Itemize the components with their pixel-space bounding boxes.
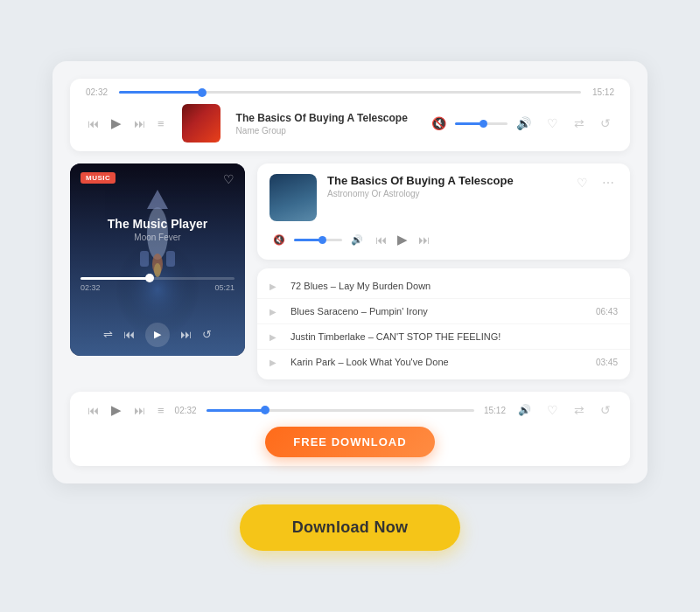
np-more-button[interactable]: ⋯ — [598, 174, 618, 191]
top-progress-fill — [119, 91, 202, 94]
big-player-top: MUSIC ♡ — [80, 172, 234, 186]
bottom-controls-row: ⏮ ▶ ⏭ ≡ 02:32 15:12 🔊 ♡ ⇄ ↺ — [86, 400, 614, 420]
bottom-heart-button[interactable]: ♡ — [543, 401, 562, 419]
big-player-controls: ⇌ ⏮ ▶ ⏭ ↺ — [80, 323, 234, 347]
page-wrapper: 02:32 15:12 ⏮ ▶ ⏭ ≡ The Basics Of Buying… — [0, 35, 700, 577]
top-vol-thumb — [480, 120, 487, 128]
top-album-art — [182, 104, 220, 143]
free-download-button[interactable]: FREE DOWNLOAD — [265, 427, 434, 457]
top-controls: ⏮ ▶ ⏭ ≡ The Basics Of Buying A Telescope… — [86, 104, 614, 143]
np-play-button[interactable]: ▶ — [396, 230, 410, 249]
np-vol-up-button[interactable]: 🔊 — [347, 233, 367, 247]
main-card: 02:32 15:12 ⏮ ▶ ⏭ ≡ The Basics Of Buying… — [52, 61, 648, 483]
bottom-vol-button[interactable]: 🔊 — [514, 402, 535, 418]
top-track-info: The Basics Of Buying A Telescope Name Gr… — [236, 112, 419, 136]
big-prev-button[interactable]: ⏮ — [123, 328, 135, 341]
big-refresh-button[interactable]: ↺ — [202, 328, 212, 341]
playlist-item[interactable]: ▶ Karin Park – Look What You've Done 03:… — [257, 350, 630, 374]
top-time-current: 02:32 — [86, 87, 110, 97]
pl-duration-2: 06:43 — [596, 307, 618, 316]
top-progress-bar[interactable] — [119, 91, 581, 94]
playlist-item[interactable]: ▶ 72 Blues – Lay My Burden Down — [257, 274, 630, 299]
big-next-button[interactable]: ⏭ — [180, 328, 192, 341]
big-progress-fill — [80, 277, 150, 280]
np-artist: Astronomy Or Astrology — [327, 189, 563, 198]
pl-track-4: Karin Park – Look What You've Done — [290, 357, 587, 367]
big-progress-bar[interactable] — [80, 277, 234, 280]
bottom-prev-button[interactable]: ⏮ — [86, 402, 101, 419]
np-info: The Basics Of Buying A Telescope Astrono… — [327, 174, 563, 198]
top-mini-player: 02:32 15:12 ⏮ ▶ ⏭ ≡ The Basics Of Buying… — [70, 79, 630, 151]
top-prev-button[interactable]: ⏮ — [86, 115, 101, 132]
np-vol-thumb — [318, 236, 326, 244]
big-time-row: 02:32 05:21 — [80, 283, 234, 292]
big-time-total: 05:21 — [214, 283, 234, 292]
big-player-title: The Music Player — [80, 217, 234, 231]
big-play-button[interactable]: ▶ — [145, 323, 170, 347]
bottom-play-button[interactable]: ▶ — [109, 400, 123, 420]
np-top: The Basics Of Buying A Telescope Astrono… — [270, 174, 618, 221]
top-mute-button[interactable]: 🔇 — [428, 115, 450, 132]
playlist-item[interactable]: ▶ Justin Timberlake – CAN'T STOP THE FEE… — [257, 324, 630, 350]
top-repeat-button[interactable]: ⇄ — [570, 115, 588, 132]
top-vol-fill — [455, 122, 484, 125]
np-vol-fill — [294, 239, 323, 241]
big-player-progress-wrap: 02:32 05:21 — [80, 277, 234, 292]
pl-play-icon-4: ▶ — [270, 358, 282, 367]
big-player-content: MUSIC ♡ The Music Player Moon Fever — [70, 163, 245, 356]
middle-section: MUSIC ♡ The Music Player Moon Fever — [70, 163, 630, 379]
big-player-subtitle: Moon Fever — [80, 233, 234, 242]
np-title: The Basics Of Buying A Telescope — [327, 174, 563, 187]
bottom-progress-thumb — [261, 406, 270, 414]
top-next-button[interactable]: ⏭ — [132, 115, 147, 132]
top-time-total: 15:12 — [590, 87, 614, 97]
playlist: ▶ 72 Blues – Lay My Burden Down ▶ Blues … — [257, 268, 630, 379]
bottom-refresh-button[interactable]: ↺ — [597, 401, 614, 419]
pl-track-1: 72 Blues – Lay My Burden Down — [290, 281, 609, 291]
top-vol-bar[interactable] — [455, 122, 508, 125]
bottom-repeat-button[interactable]: ⇄ — [570, 401, 588, 419]
pl-play-icon-3: ▶ — [270, 332, 282, 342]
big-time-current: 02:32 — [80, 283, 101, 292]
top-refresh-button[interactable]: ↺ — [597, 115, 614, 132]
big-player-card: MUSIC ♡ The Music Player Moon Fever — [70, 163, 245, 356]
pl-duration-4: 03:45 — [596, 358, 618, 367]
top-vol-up-button[interactable]: 🔊 — [513, 115, 535, 132]
bottom-time-current: 02:32 — [175, 406, 200, 415]
bottom-progress-area: 02:32 15:12 — [175, 406, 506, 415]
bottom-mini-player: ⏮ ▶ ⏭ ≡ 02:32 15:12 🔊 ♡ ⇄ ↺ F — [70, 392, 630, 466]
np-heart-button[interactable]: ♡ — [573, 174, 592, 191]
top-volume-area: 🔇 🔊 — [428, 115, 535, 132]
top-queue-button[interactable]: ≡ — [156, 115, 166, 132]
pl-track-2: Blues Saraceno – Pumpin' Irony — [290, 306, 587, 316]
np-album-art — [270, 174, 317, 221]
big-shuffle-button[interactable]: ⇌ — [103, 328, 113, 341]
big-progress-thumb — [145, 274, 154, 282]
top-heart-button[interactable]: ♡ — [543, 115, 562, 132]
big-heart-button[interactable]: ♡ — [223, 172, 234, 186]
top-play-button[interactable]: ▶ — [109, 114, 123, 133]
np-mute-button[interactable]: 🔇 — [270, 233, 289, 247]
big-player-title-area: The Music Player Moon Fever — [80, 217, 234, 246]
top-progress-row: 02:32 15:12 — [86, 87, 614, 97]
bottom-progress-fill — [206, 409, 265, 412]
np-next-button[interactable]: ⏭ — [416, 232, 431, 248]
bottom-progress-bar[interactable] — [206, 409, 474, 412]
right-panel: The Basics Of Buying A Telescope Astrono… — [257, 163, 630, 379]
download-now-button[interactable]: Download Now — [240, 504, 461, 551]
now-playing-card: The Basics Of Buying A Telescope Astrono… — [257, 163, 630, 260]
bottom-time-total: 15:12 — [481, 406, 506, 415]
np-vol-bar[interactable] — [294, 239, 342, 241]
playlist-item[interactable]: ▶ Blues Saraceno – Pumpin' Irony 06:43 — [257, 299, 630, 324]
top-track-title: The Basics Of Buying A Telescope — [236, 112, 419, 124]
music-badge: MUSIC — [80, 172, 116, 184]
bottom-next-button[interactable]: ⏭ — [132, 402, 147, 419]
pl-play-icon-1: ▶ — [270, 282, 282, 291]
bottom-queue-button[interactable]: ≡ — [156, 402, 166, 419]
pl-track-3: Justin Timberlake – CAN'T STOP THE FEELI… — [290, 331, 609, 342]
np-icons: ♡ ⋯ — [573, 174, 618, 191]
np-volume: 🔇 🔊 — [270, 233, 367, 247]
np-controls: 🔇 🔊 ⏮ ▶ ⏭ — [270, 230, 618, 249]
np-prev-button[interactable]: ⏮ — [374, 232, 388, 248]
top-progress-thumb — [198, 88, 206, 97]
